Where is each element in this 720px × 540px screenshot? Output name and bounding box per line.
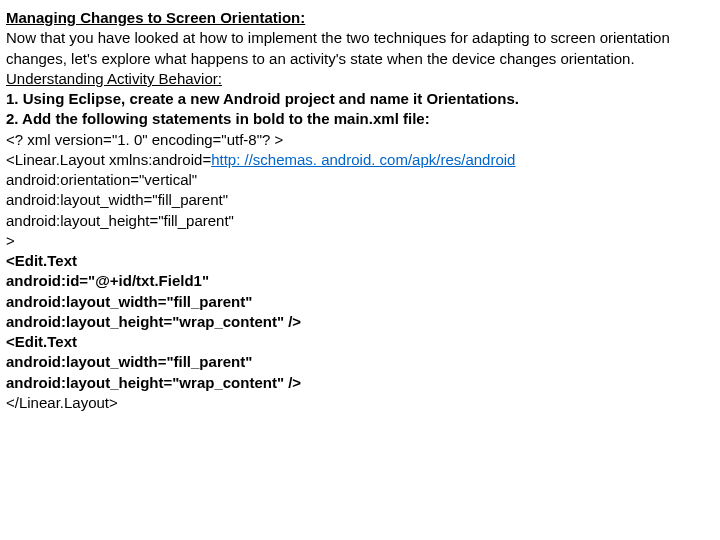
code-line-bold: android:layout_height="wrap_content" /> — [6, 373, 714, 393]
code-line-bold: <Edit.Text — [6, 251, 714, 271]
code-line: > — [6, 231, 714, 251]
schema-link[interactable]: http: //schemas. android. com/apk/res/an… — [211, 151, 515, 168]
code-line: android:layout_width="fill_parent" — [6, 190, 714, 210]
code-line-bold: android:layout_width="fill_parent" — [6, 352, 714, 372]
code-line-bold: android:layout_height="wrap_content" /> — [6, 312, 714, 332]
code-line: </Linear.Layout> — [6, 393, 714, 413]
step-1: 1. Using Eclipse, create a new Android p… — [6, 89, 714, 109]
code-line-bold: <Edit.Text — [6, 332, 714, 352]
step-2: 2. Add the following statements in bold … — [6, 109, 714, 129]
code-text: <Linear.Layout xmlns:android= — [6, 151, 211, 168]
doc-title: Managing Changes to Screen Orientation: — [6, 8, 714, 28]
code-line-bold: android:id="@+id/txt.Field1" — [6, 271, 714, 291]
code-line: <? xml version="1. 0" encoding="utf-8"? … — [6, 130, 714, 150]
code-line: android:layout_height="fill_parent" — [6, 211, 714, 231]
code-line-bold: android:layout_width="fill_parent" — [6, 292, 714, 312]
intro-paragraph: Now that you have looked at how to imple… — [6, 28, 714, 69]
code-line: android:orientation="vertical" — [6, 170, 714, 190]
code-line: <Linear.Layout xmlns:android=http: //sch… — [6, 150, 714, 170]
subheading: Understanding Activity Behavior: — [6, 69, 714, 89]
